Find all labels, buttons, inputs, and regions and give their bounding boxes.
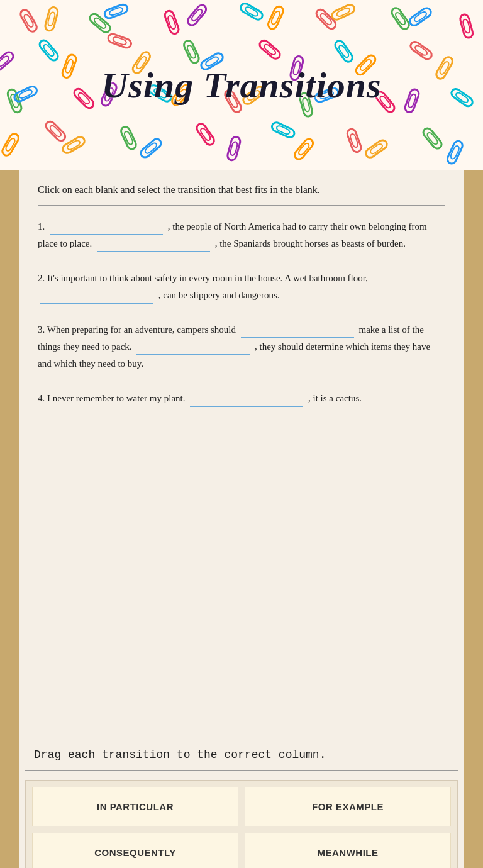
svg-rect-49 xyxy=(414,45,428,57)
svg-rect-103 xyxy=(450,145,460,160)
question-3-number: 3. xyxy=(38,325,45,335)
svg-rect-22 xyxy=(408,6,433,27)
svg-rect-15 xyxy=(270,11,281,25)
svg-rect-50 xyxy=(435,55,454,81)
svg-rect-0 xyxy=(19,8,38,33)
svg-rect-44 xyxy=(333,39,354,64)
svg-rect-11 xyxy=(191,8,203,22)
drag-grid: IN PARTICULAR FOR EXAMPLE CONSEQUENTLY M… xyxy=(25,780,458,868)
svg-rect-21 xyxy=(394,11,406,26)
svg-rect-94 xyxy=(293,137,315,161)
svg-rect-40 xyxy=(258,38,282,60)
blank-1b[interactable] xyxy=(97,238,210,252)
svg-rect-48 xyxy=(409,40,433,61)
svg-rect-18 xyxy=(331,3,356,21)
svg-rect-2 xyxy=(44,6,58,31)
svg-rect-13 xyxy=(244,6,258,17)
question-3-text-a: When preparing for an adventure, campers… xyxy=(47,325,236,335)
svg-rect-81 xyxy=(49,125,62,138)
blank-2a[interactable] xyxy=(40,290,153,304)
blank-3a[interactable] xyxy=(241,325,354,338)
question-4-text-b: , it is a cactus. xyxy=(308,393,362,403)
svg-rect-45 xyxy=(338,44,350,58)
question-2: 2. It's important to think about safety … xyxy=(38,270,445,304)
svg-rect-95 xyxy=(297,142,310,156)
svg-rect-102 xyxy=(446,140,464,165)
question-1-text-b: , the Spaniards brought horses as beasts… xyxy=(215,238,406,248)
svg-rect-41 xyxy=(263,43,277,56)
svg-rect-79 xyxy=(5,137,16,152)
drag-section: Drag each transition to the correct colu… xyxy=(19,736,464,868)
page-title: Using Transitions xyxy=(101,64,381,106)
svg-rect-84 xyxy=(119,125,138,150)
svg-rect-88 xyxy=(195,122,216,147)
svg-rect-51 xyxy=(439,60,450,75)
svg-rect-74 xyxy=(404,88,420,113)
question-2-text-a: It's important to think about safety in … xyxy=(47,273,368,283)
svg-rect-76 xyxy=(450,87,474,108)
svg-rect-77 xyxy=(455,92,469,104)
svg-rect-12 xyxy=(239,2,264,21)
svg-rect-93 xyxy=(276,125,291,135)
svg-rect-20 xyxy=(390,6,411,31)
svg-rect-90 xyxy=(226,136,241,161)
question-3: 3. When preparing for an adventure, camp… xyxy=(38,321,445,372)
svg-rect-23 xyxy=(413,11,428,23)
svg-rect-5 xyxy=(93,17,107,30)
svg-rect-36 xyxy=(182,39,201,64)
svg-rect-99 xyxy=(369,143,384,155)
svg-rect-10 xyxy=(186,3,208,27)
question-4-number: 4. xyxy=(38,393,45,403)
question-2-text-b: , can be slippery and dangerous. xyxy=(158,290,280,300)
svg-rect-83 xyxy=(67,140,81,151)
svg-rect-55 xyxy=(18,89,33,99)
svg-rect-8 xyxy=(164,9,180,35)
svg-rect-54 xyxy=(13,85,38,103)
question-4: 4. I never remember to water my plant. ,… xyxy=(38,390,445,407)
svg-rect-14 xyxy=(267,5,285,30)
svg-rect-86 xyxy=(139,137,163,159)
svg-rect-30 xyxy=(61,53,77,79)
divider-1 xyxy=(38,205,445,206)
blank-1a[interactable] xyxy=(50,221,163,235)
drag-item-in-particular[interactable]: IN PARTICULAR xyxy=(32,787,238,826)
svg-rect-32 xyxy=(107,33,132,49)
svg-rect-6 xyxy=(103,3,128,19)
question-1-number: 1. xyxy=(38,221,45,231)
svg-rect-37 xyxy=(186,45,197,59)
question-4-text-a: I never remember to water my plant. xyxy=(47,393,186,403)
svg-rect-17 xyxy=(319,13,333,26)
svg-rect-29 xyxy=(42,43,55,57)
header-section: Using Transitions xyxy=(0,0,483,170)
blank-3b[interactable] xyxy=(136,342,250,355)
svg-rect-28 xyxy=(38,38,60,62)
svg-rect-56 xyxy=(72,87,96,110)
svg-rect-100 xyxy=(421,126,443,150)
svg-rect-101 xyxy=(426,131,438,145)
instruction-text-1: Click on each blank and select the trans… xyxy=(38,182,445,198)
drag-item-consequently[interactable]: CONSEQUENTLY xyxy=(32,833,238,868)
svg-rect-92 xyxy=(270,121,296,139)
svg-rect-57 xyxy=(77,92,91,105)
drag-item-meanwhile[interactable]: MEANWHILE xyxy=(245,833,451,868)
svg-rect-85 xyxy=(123,131,134,145)
svg-rect-24 xyxy=(459,13,474,38)
svg-rect-1 xyxy=(23,13,35,28)
svg-rect-98 xyxy=(364,138,389,159)
svg-rect-80 xyxy=(44,120,67,143)
svg-rect-89 xyxy=(199,127,211,142)
drag-instruction-text: Drag each transition to the correct colu… xyxy=(25,742,458,771)
svg-rect-87 xyxy=(144,142,158,154)
svg-rect-19 xyxy=(336,7,350,18)
blank-4a[interactable] xyxy=(190,393,303,407)
svg-rect-96 xyxy=(346,128,362,153)
main-content: Click on each blank and select the trans… xyxy=(19,170,464,736)
svg-rect-4 xyxy=(88,12,112,34)
question-1: 1. , the people of North America had to … xyxy=(38,218,445,252)
drag-item-for-example[interactable]: FOR EXAMPLE xyxy=(245,787,451,826)
question-2-number: 2. xyxy=(38,273,45,283)
svg-rect-78 xyxy=(1,132,20,157)
